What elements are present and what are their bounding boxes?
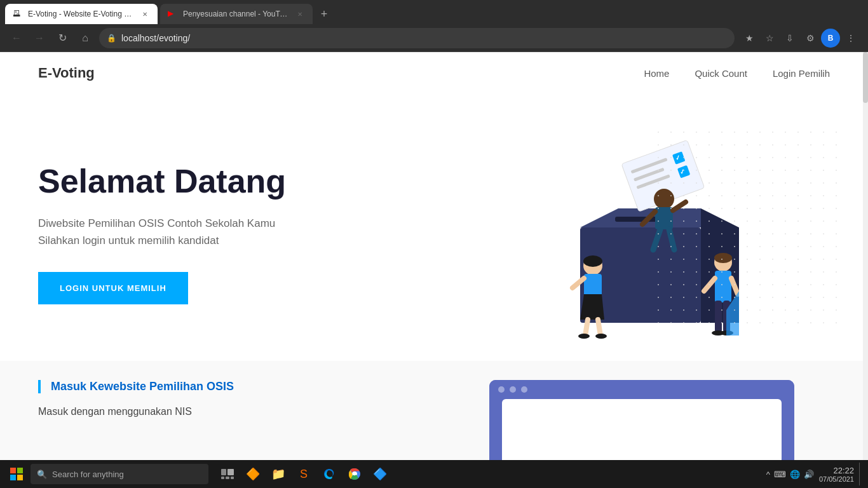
taskbar-right: ^ ⌨ 🌐 🔊 22:22 07/05/2021 [766,463,863,485]
tab-close-youtube[interactable]: ✕ [295,9,305,19]
person2-leg-right [598,320,600,336]
section-description: Masuk dengan menggunakan NIS [38,406,415,417]
toolbar-right: ★ ☆ ⇩ ⚙ B ⋮ [740,29,860,48]
tab-close-evoting[interactable]: ✕ [140,9,150,19]
tab-favicon-evoting: 🗳 [13,9,23,19]
tab-bar: 🗳 E-Voting - Website E-Voting Con... ✕ ▶… [0,0,868,24]
hero-subtitle: Diwebsite Pemilihan OSIS Contoh Sekolah … [38,215,407,249]
taskbar-app-task-view[interactable] [216,463,239,485]
person2-shoe-right [595,334,607,339]
taskbar-search-icon: 🔍 [37,470,47,479]
download-icon[interactable]: ⇩ [780,29,799,48]
login-cta-button[interactable]: LOGIN UNTUK MEMILIH [38,272,188,304]
tab-youtube[interactable]: ▶ Penyesuaian channel - YouTube ✕ [160,4,313,24]
svg-rect-8 [221,477,224,479]
taskbar-search-text: Search for anything [52,470,124,479]
svg-rect-10 [231,477,234,479]
svg-rect-9 [226,477,229,479]
person2-skirt [580,294,604,320]
hero-section: Selamat Datang Diwebsite Pemilihan OSIS … [0,94,868,361]
keyboard-icon[interactable]: ⌨ [774,470,786,479]
hero-illustration: ✓ ✓ [407,113,830,355]
dot-pattern-bg [652,126,843,329]
forward-button[interactable]: → [31,29,48,47]
card-dot-1 [498,386,505,393]
taskbar-clock[interactable]: 22:22 07/05/2021 [819,466,854,483]
show-hidden-icon[interactable]: ^ [766,470,770,479]
svg-rect-3 [17,468,23,473]
svg-rect-2 [10,468,16,473]
card-body [502,399,782,460]
svg-rect-5 [17,475,23,480]
taskbar-app-xampp[interactable]: 🔶 [241,463,264,485]
start-button[interactable] [5,463,28,485]
extensions-icon[interactable]: ⚙ [801,29,820,48]
taskbar-app-dbvis[interactable]: 🔷 [369,463,391,485]
website-content: E-Voting Home Quick Count Login Pemilih … [0,52,868,460]
card-illustration [489,380,794,460]
tab-evoting[interactable]: 🗳 E-Voting - Website E-Voting Con... ✕ [5,4,158,24]
navbar: E-Voting Home Quick Count Login Pemilih [0,52,868,94]
nav-login-pemilih[interactable]: Login Pemilih [773,68,830,79]
hero-title: Selamat Datang [38,163,407,200]
person2-shoe-left [578,334,590,339]
hero-subtitle-line2: Silahkan login untuk memilih kandidat [38,234,219,247]
brand-logo: E-Voting [38,65,95,81]
lock-icon: 🔒 [107,34,116,43]
taskbar-search-bar[interactable]: 🔍 Search for anything [31,464,208,484]
url-bar[interactable]: 🔒 localhost/evoting/ [99,28,735,48]
taskbar-app-edge[interactable] [318,463,341,485]
scrollbar-track[interactable] [863,52,868,460]
svg-rect-7 [227,469,234,475]
volume-icon[interactable]: 🔊 [804,470,814,479]
hero-left: Selamat Datang Diwebsite Pemilihan OSIS … [38,163,407,305]
section-below: Masuk Kewebsite Pemilihan OSIS Masuk den… [0,361,868,460]
bookmark-star-icon[interactable]: ★ [740,29,759,48]
chrome-icon [348,468,361,480]
card-dot-3 [521,386,527,393]
url-text: localhost/evoting/ [121,33,190,43]
back-button[interactable]: ← [8,29,25,47]
svg-rect-6 [221,469,226,475]
taskbar-app-chrome[interactable] [343,463,366,485]
taskbar: 🔍 Search for anything 🔶 📁 S [0,460,868,488]
taskbar-time-value: 22:22 [819,466,854,475]
nav-quick-count[interactable]: Quick Count [695,68,747,79]
hero-subtitle-line1: Diwebsite Pemilihan OSIS Contoh Sekolah … [38,217,275,229]
section-border-left: Masuk Kewebsite Pemilihan OSIS [38,380,415,393]
svg-rect-4 [10,475,16,480]
tab-favicon-youtube: ▶ [168,9,178,19]
section-right [453,380,830,460]
tab-title-evoting: E-Voting - Website E-Voting Con... [28,10,135,18]
taskbar-app-sublimetext[interactable]: S [292,463,315,485]
taskbar-system-icons: ^ ⌨ 🌐 🔊 [766,470,814,479]
card-dot-2 [510,386,516,393]
network-icon[interactable]: 🌐 [790,470,800,479]
star-icon[interactable]: ☆ [760,29,779,48]
show-desktop-button[interactable] [859,463,863,485]
person2-leg-left [585,320,588,336]
taskbar-date-value: 07/05/2021 [819,475,854,483]
nav-home[interactable]: Home [644,68,669,79]
tab-title-youtube: Penyesuaian channel - YouTube [183,10,290,18]
person2-hair [583,255,602,267]
windows-logo-icon [10,468,23,480]
task-view-icon [221,469,234,479]
profile-icon[interactable]: B [821,29,840,48]
section-left: Masuk Kewebsite Pemilihan OSIS Masuk den… [38,380,415,417]
taskbar-app-explorer[interactable]: 📁 [267,463,290,485]
more-options-icon[interactable]: ⋮ [841,29,860,48]
scrollbar-thumb[interactable] [863,52,868,103]
card-top-bar [489,380,794,399]
new-tab-button[interactable]: + [315,5,333,23]
taskbar-apps: 🔶 📁 S 🔷 [216,463,391,485]
nav-links: Home Quick Count Login Pemilih [644,68,830,79]
reload-button[interactable]: ↻ [53,29,71,47]
address-bar: ← → ↻ ⌂ 🔒 localhost/evoting/ ★ ☆ ⇩ ⚙ B ⋮ [0,24,868,52]
section-heading: Masuk Kewebsite Pemilihan OSIS [51,380,415,393]
browser-window: 🗳 E-Voting - Website E-Voting Con... ✕ ▶… [0,0,868,488]
home-button[interactable]: ⌂ [76,29,94,47]
edge-icon [323,468,336,480]
